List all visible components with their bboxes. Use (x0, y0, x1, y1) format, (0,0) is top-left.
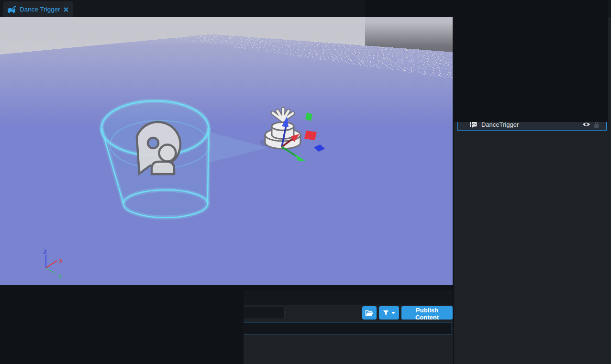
lock-icon[interactable] (593, 71, 600, 78)
caret-collapsed-icon[interactable] (457, 60, 462, 65)
script-icon (96, 324, 104, 332)
cube-icon (463, 96, 471, 103)
script-icon (470, 121, 478, 128)
axis-z-label: Z (44, 249, 47, 254)
hierarchy-tree: Gameplay Settings Spawn Point (454, 56, 611, 131)
lock-icon[interactable] (593, 84, 600, 91)
upload-icon (594, 40, 601, 47)
axis-y-label: Y (58, 274, 62, 280)
publish-content-button[interactable]: Publish Content (401, 306, 453, 320)
viewport-3d[interactable]: Z X Y (0, 17, 453, 285)
visibility-eye-icon[interactable] (582, 121, 590, 127)
gamepad-wrench-icon (7, 6, 16, 13)
tab-label: Hierarchy (470, 6, 498, 13)
tree-row-label: Default Floor (476, 96, 511, 103)
trigger-icon (463, 108, 471, 116)
top-tab-bar: Dance Trigger Hierarchy (0, 0, 611, 17)
tree-row-trigger[interactable]: Trigger (454, 106, 611, 118)
tree-row-default-floor[interactable]: Default Floor (454, 93, 611, 106)
filter-icon (578, 40, 584, 46)
folder-my-scripts[interactable]: My Scripts (0, 337, 93, 348)
visibility-eye-icon[interactable] (582, 59, 590, 65)
close-icon[interactable] (64, 7, 68, 12)
folder-my-templates[interactable]: My Templates (0, 322, 93, 334)
bottom-tab-bar: Project Content Event Log (0, 290, 453, 305)
project-content-panel: All Content My Templates My Scripts My M… (0, 305, 453, 364)
import-content-button[interactable] (362, 306, 377, 320)
tree-row-gameplay-settings[interactable]: Gameplay Settings (454, 56, 611, 68)
open-folder-icon (365, 309, 374, 317)
tree-row-label: Default Sky (476, 84, 507, 91)
lock-icon[interactable] (593, 96, 600, 103)
folder-icon (463, 58, 471, 66)
close-icon[interactable] (501, 7, 506, 12)
tab-project-content[interactable]: Project Content (0, 290, 75, 305)
visibility-eye-icon[interactable] (582, 97, 590, 102)
trigger-volume[interactable] (101, 101, 268, 218)
tab-label: Project Content (18, 294, 62, 301)
gizmo-plane-handle-blue[interactable] (314, 144, 325, 152)
folder-label: My Materials (21, 353, 56, 361)
caret-expanded-icon[interactable] (457, 110, 462, 114)
caret-expanded-icon[interactable] (6, 311, 11, 316)
tab-label: Event Log (81, 294, 111, 301)
viewport-overlay: Z X Y (0, 17, 453, 285)
content-search-input[interactable] (94, 307, 285, 319)
asset-row-dance-trigger[interactable]: DanceTrigger (94, 322, 452, 334)
tree-row-dance-trigger[interactable]: DanceTrigger (457, 118, 607, 131)
asset-label: DanceTrigger (107, 325, 144, 332)
tree-row-default-sky[interactable]: Default Sky (454, 81, 611, 93)
tree-row-spawn-point[interactable]: Spawn Point (454, 68, 611, 81)
folder-sky-icon (463, 83, 471, 91)
scene-name: Main (460, 23, 474, 30)
chevron-down-icon (391, 312, 395, 314)
event-log-icon (71, 294, 78, 301)
scene-settings-button[interactable] (590, 20, 604, 33)
object-visibility-icon[interactable] (559, 38, 570, 49)
tree-row-label: Gameplay Settings (476, 59, 528, 66)
tab-hierarchy[interactable]: Hierarchy (455, 1, 511, 17)
visibility-eye-icon[interactable] (582, 84, 590, 90)
export-button[interactable] (590, 37, 604, 49)
trigger-billboard[interactable] (260, 109, 300, 149)
hierarchy-search-input[interactable] (458, 37, 554, 49)
filter-icon (383, 310, 389, 316)
gizmo-plane-handle-green[interactable] (305, 112, 312, 121)
content-filter-button[interactable] (379, 306, 399, 320)
folder-all-content[interactable]: All Content (0, 308, 93, 320)
lock-icon[interactable] (593, 109, 600, 116)
project-content-icon (5, 294, 14, 301)
spawn-point-icon (463, 71, 471, 78)
visibility-eye-icon[interactable] (582, 72, 590, 77)
folder-label: My Scripts (21, 339, 50, 346)
tab-event-log[interactable]: Event Log (67, 290, 123, 305)
caret-collapsed-icon[interactable] (457, 85, 462, 89)
hierarchy-filter-button[interactable] (574, 37, 588, 49)
folder-label: My Templates (21, 325, 59, 332)
hierarchy-icon (458, 6, 467, 13)
folder-label: All Content (21, 310, 52, 318)
tree-row-label: Spawn Point (476, 71, 511, 78)
scene-clapper-icon (593, 23, 601, 31)
tree-row-label: DanceTrigger (481, 121, 519, 128)
gizmo-plane-handle-red[interactable] (304, 131, 317, 140)
lock-icon[interactable] (593, 121, 600, 128)
tab-dance-trigger[interactable]: Dance Trigger (3, 1, 73, 17)
tree-row-label: Trigger (476, 109, 495, 116)
visibility-eye-icon[interactable] (582, 109, 590, 115)
axis-indicator: Z X Y (44, 249, 63, 280)
lock-icon[interactable] (593, 59, 600, 66)
hierarchy-panel: Main (453, 17, 611, 364)
tab-label: Dance Trigger (20, 6, 60, 13)
editor-window: Dance Trigger Hierarchy (0, 0, 611, 364)
spawn-point-billboard[interactable] (137, 122, 180, 174)
axis-x-label: X (59, 258, 63, 264)
folder-my-materials[interactable]: My Materials (0, 351, 93, 363)
close-icon[interactable] (114, 295, 119, 300)
